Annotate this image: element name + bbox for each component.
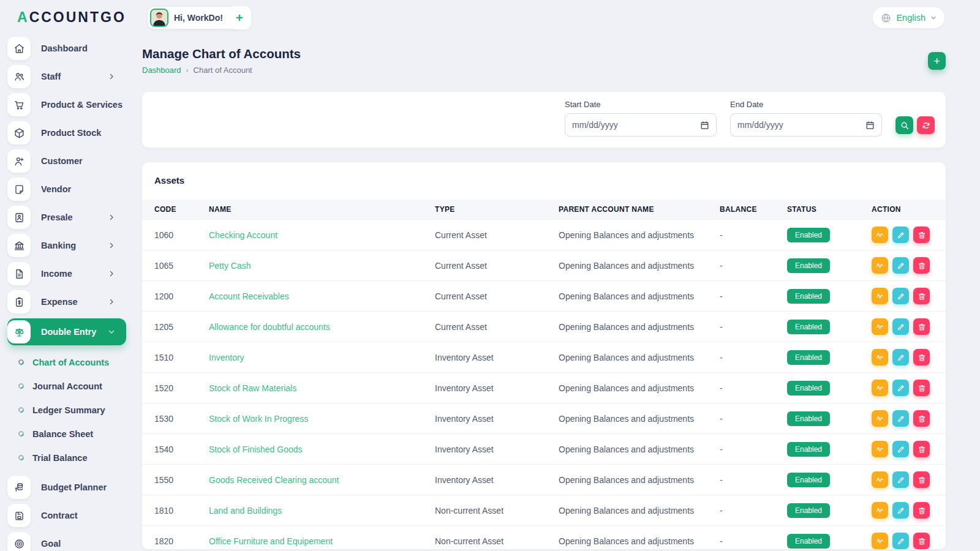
account-code: 1510: [142, 342, 204, 373]
start-date-label: Start Date: [565, 100, 717, 109]
sidebar-subitem-ledger-summary[interactable]: Ledger Summary: [0, 398, 130, 422]
end-date-input[interactable]: mm/dd/yyyy: [730, 113, 882, 137]
sidebar-item-presale[interactable]: Presale: [7, 206, 126, 229]
edit-button[interactable]: [892, 410, 909, 427]
sidebar-item-budget-planner[interactable]: Budget Planner: [7, 476, 126, 499]
row-actions: [872, 288, 941, 304]
delete-button[interactable]: [913, 257, 930, 274]
sidebar-subitem-trial-balance[interactable]: Trial Balance: [0, 446, 130, 470]
sidebar-item-customer[interactable]: Customer: [7, 149, 126, 173]
transactions-button[interactable]: [872, 410, 888, 427]
sidebar-subitem-balance-sheet[interactable]: Balance Sheet: [0, 422, 130, 446]
status-badge: Enabled: [787, 534, 830, 549]
account-name-link[interactable]: Land and Buildings: [209, 506, 282, 515]
search-button[interactable]: [895, 116, 913, 134]
reset-button[interactable]: [917, 116, 935, 134]
sidebar-item-contract[interactable]: Contract: [7, 504, 126, 527]
calendar-icon[interactable]: [865, 121, 875, 130]
delete-button[interactable]: [913, 318, 930, 335]
delete-icon: [918, 292, 926, 301]
cell-name: Petty Cash: [204, 250, 430, 281]
transactions-button[interactable]: [872, 349, 888, 365]
transactions-button[interactable]: [872, 502, 888, 519]
transactions-button[interactable]: [872, 288, 888, 304]
sidebar-item-double-entry[interactable]: Double Entry: [7, 318, 126, 345]
scales-icon: [13, 326, 25, 338]
edit-button[interactable]: [892, 257, 909, 274]
edit-button[interactable]: [892, 288, 909, 304]
delete-button[interactable]: [913, 533, 930, 549]
sidebar-item-product-services[interactable]: Product & Services: [7, 93, 126, 116]
account-name-link[interactable]: Goods Received Clearing account: [209, 475, 339, 485]
sidebar-item-income[interactable]: Income: [7, 262, 126, 285]
page-header: Manage Chart of Accounts Dashboard › Cha…: [142, 47, 946, 75]
account-name-link[interactable]: Petty Cash: [209, 261, 251, 271]
delete-button[interactable]: [913, 471, 930, 488]
edit-button[interactable]: [892, 318, 909, 335]
account-name-link[interactable]: Allowance for doubtful accounts: [209, 322, 330, 332]
account-name-link[interactable]: Stock of Finished Goods: [209, 444, 303, 454]
goal-icon: [13, 538, 25, 550]
sidebar-item-expense[interactable]: Expense: [7, 290, 126, 313]
account-name-link[interactable]: Office Furniture and Equipement: [209, 536, 333, 546]
transactions-button[interactable]: [872, 257, 888, 274]
language-selector[interactable]: English: [873, 7, 944, 28]
account-name-link[interactable]: Checking Account: [209, 230, 277, 240]
quick-add-button[interactable]: +: [228, 6, 251, 29]
transactions-button[interactable]: [872, 227, 888, 243]
search-icon: [900, 121, 909, 130]
breadcrumb-dashboard-link[interactable]: Dashboard: [142, 66, 181, 75]
edit-button[interactable]: [892, 227, 909, 243]
edit-button[interactable]: [892, 533, 909, 549]
account-type: Current Asset: [430, 312, 554, 342]
wave-icon: [875, 475, 884, 484]
edit-icon: [897, 261, 905, 270]
calendar-icon[interactable]: [700, 121, 709, 130]
start-date-input[interactable]: mm/dd/yyyy: [565, 113, 717, 137]
edit-button[interactable]: [892, 471, 909, 488]
sidebar-item-dashboard[interactable]: Dashboard: [7, 37, 126, 60]
transactions-button[interactable]: [872, 533, 888, 549]
delete-button[interactable]: [913, 288, 930, 304]
row-actions: [872, 502, 941, 519]
account-name-link[interactable]: Stock of Work In Progress: [209, 414, 308, 424]
transactions-button[interactable]: [872, 380, 888, 396]
staff-icon: [13, 71, 25, 83]
account-name-link[interactable]: Stock of Raw Materials: [209, 383, 296, 393]
transactions-button[interactable]: [872, 441, 888, 457]
chevron-down-icon: [108, 328, 115, 335]
sidebar-item-label: Presale: [41, 212, 73, 222]
delete-button[interactable]: [913, 227, 930, 243]
sidebar-icon-box: [7, 149, 31, 173]
edit-button[interactable]: [892, 441, 909, 457]
create-account-button[interactable]: +: [928, 52, 946, 70]
sidebar-item-banking[interactable]: Banking: [7, 234, 126, 257]
bullet-icon: [17, 454, 25, 462]
transactions-button[interactable]: [872, 318, 888, 335]
brand-initial: A: [17, 9, 29, 25]
sidebar-subitem-chart-of-accounts[interactable]: Chart of Accounts: [0, 350, 130, 374]
account-balance: -: [715, 281, 782, 312]
delete-button[interactable]: [913, 410, 930, 427]
sidebar-item-product-stock[interactable]: Product Stock: [7, 121, 126, 144]
sidebar-subitem-journal-account[interactable]: Journal Account: [0, 374, 130, 398]
col-code: CODE: [142, 200, 204, 220]
sidebar-item-vendor[interactable]: Vendor: [7, 178, 126, 201]
account-name-link[interactable]: Inventory: [209, 353, 244, 362]
edit-button[interactable]: [892, 349, 909, 365]
cell-status: Enabled: [782, 403, 867, 434]
delete-button[interactable]: [913, 349, 930, 365]
delete-button[interactable]: [913, 502, 930, 519]
edit-button[interactable]: [892, 502, 909, 519]
sidebar-item-staff[interactable]: Staff: [7, 65, 126, 88]
delete-icon: [918, 445, 926, 454]
delete-button[interactable]: [913, 441, 930, 457]
transactions-button[interactable]: [872, 471, 888, 488]
sidebar-icon-box: [7, 206, 31, 229]
cell-status: Enabled: [782, 342, 867, 373]
account-name-link[interactable]: Account Receivables: [209, 291, 289, 301]
edit-button[interactable]: [892, 380, 909, 396]
delete-button[interactable]: [913, 380, 930, 396]
edit-icon: [897, 414, 905, 423]
sidebar-item-goal[interactable]: Goal: [7, 532, 126, 551]
